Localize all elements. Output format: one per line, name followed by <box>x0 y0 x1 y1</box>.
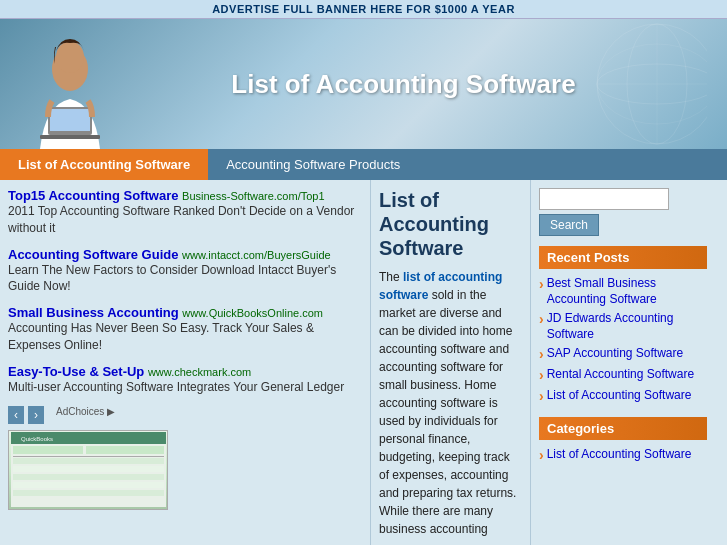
categories-list: List of Accounting Software <box>539 445 707 466</box>
svg-rect-10 <box>40 135 100 139</box>
navigation-tabs: List of Accounting Software Accounting S… <box>0 149 727 180</box>
ad-title-2: Small Business Accounting www.QuickBooks… <box>8 305 362 320</box>
ad-prev-button[interactable]: ‹ <box>8 406 24 424</box>
article-body: The list of accounting software sold in … <box>379 268 522 538</box>
list-item: SAP Accounting Software <box>539 344 707 365</box>
recent-posts-title: Recent Posts <box>539 246 707 269</box>
recent-post-link-2[interactable]: SAP Accounting Software <box>547 346 684 362</box>
middle-column: List ofAccountingSoftware The list of ac… <box>370 180 530 545</box>
ad-item-2: Small Business Accounting www.QuickBooks… <box>8 305 362 354</box>
svg-point-7 <box>56 41 84 73</box>
recent-post-link-0[interactable]: Best Small Business Accounting Software <box>547 276 707 307</box>
header-person-image <box>10 29 130 149</box>
search-input[interactable] <box>539 188 669 210</box>
ad-link-2[interactable]: Small Business Accounting <box>8 305 179 320</box>
svg-rect-15 <box>13 456 164 457</box>
ad-link-3[interactable]: Easy-To-Use & Set-Up <box>8 364 144 379</box>
top-ad-text: ADVERTISE FULL BANNER HERE FOR $1000 A Y… <box>212 3 515 15</box>
ad-choices-label: AdChoices ▶ <box>56 406 115 424</box>
ad-next-button[interactable]: › <box>28 406 44 424</box>
ad-title-0: Top15 Accounting Software Business-Softw… <box>8 188 362 203</box>
tab-list-of-accounting-software[interactable]: List of Accounting Software <box>0 149 208 180</box>
site-header: List of Accounting Software <box>0 19 727 149</box>
recent-post-link-3[interactable]: Rental Accounting Software <box>547 367 694 383</box>
ad-link-1[interactable]: Accounting Software Guide <box>8 247 178 262</box>
ad-desc-2: Accounting Has Never Been So Easy. Track… <box>8 320 362 354</box>
screenshot-svg: QuickBooks <box>11 432 166 507</box>
recent-post-link-1[interactable]: JD Edwards Accounting Software <box>547 311 707 342</box>
left-column: Top15 Accounting Software Business-Softw… <box>0 180 370 545</box>
article-highlight: list of accounting software <box>379 270 502 302</box>
right-sidebar: Search Recent Posts Best Small Business … <box>530 180 715 545</box>
ad-desc-3: Multi-user Accounting Software Integrate… <box>8 379 362 396</box>
list-item: Best Small Business Accounting Software <box>539 274 707 309</box>
ad-subtitle-1: www.intacct.com/BuyersGuide <box>182 249 331 261</box>
article-title: List ofAccountingSoftware <box>379 188 522 260</box>
ad-desc-0: 2011 Top Accounting Software Ranked Don'… <box>8 203 362 237</box>
list-item: List of Accounting Software <box>539 445 707 466</box>
ad-subtitle-3: www.checkmark.com <box>148 366 251 378</box>
categories-title: Categories <box>539 417 707 440</box>
svg-text:QuickBooks: QuickBooks <box>21 436 53 442</box>
categories-section: Categories List of Accounting Software <box>539 417 707 466</box>
svg-rect-19 <box>13 482 164 488</box>
search-button[interactable]: Search <box>539 214 599 236</box>
site-title: List of Accounting Software <box>231 69 575 100</box>
search-box: Search <box>539 188 707 236</box>
top-ad-banner: ADVERTISE FULL BANNER HERE FOR $1000 A Y… <box>0 0 727 19</box>
ad-link-0[interactable]: Top15 Accounting Software <box>8 188 178 203</box>
ad-desc-1: Learn The New Factors to Consider Downlo… <box>8 262 362 296</box>
svg-rect-9 <box>50 109 90 131</box>
ad-item-0: Top15 Accounting Software Business-Softw… <box>8 188 362 237</box>
svg-rect-17 <box>13 466 164 472</box>
list-item: List of Accounting Software <box>539 386 707 407</box>
recent-posts-section: Recent Posts Best Small Business Account… <box>539 246 707 407</box>
ad-subtitle-0: Business-Software.com/Top1 <box>182 190 324 202</box>
svg-rect-20 <box>13 490 164 496</box>
ad-subtitle-2: www.QuickBooksOnline.com <box>182 307 323 319</box>
category-link-0[interactable]: List of Accounting Software <box>547 447 692 463</box>
recent-posts-list: Best Small Business Accounting Software … <box>539 274 707 407</box>
list-item: Rental Accounting Software <box>539 365 707 386</box>
svg-rect-14 <box>86 446 164 454</box>
list-item: JD Edwards Accounting Software <box>539 309 707 344</box>
ad-title-3: Easy-To-Use & Set-Up www.checkmark.com <box>8 364 362 379</box>
ad-navigation: ‹ › AdChoices ▶ <box>8 406 362 424</box>
ad-title-1: Accounting Software Guide www.intacct.co… <box>8 247 362 262</box>
svg-rect-16 <box>13 458 164 464</box>
svg-rect-18 <box>13 474 164 480</box>
software-screenshot-thumbnail: QuickBooks <box>8 430 168 510</box>
ad-item-3: Easy-To-Use & Set-Up www.checkmark.com M… <box>8 364 362 396</box>
main-content-wrapper: Top15 Accounting Software Business-Softw… <box>0 180 727 545</box>
svg-rect-13 <box>13 446 83 454</box>
tab-accounting-software-products[interactable]: Accounting Software Products <box>208 149 418 180</box>
recent-post-link-4[interactable]: List of Accounting Software <box>547 388 692 404</box>
ad-item-1: Accounting Software Guide www.intacct.co… <box>8 247 362 296</box>
